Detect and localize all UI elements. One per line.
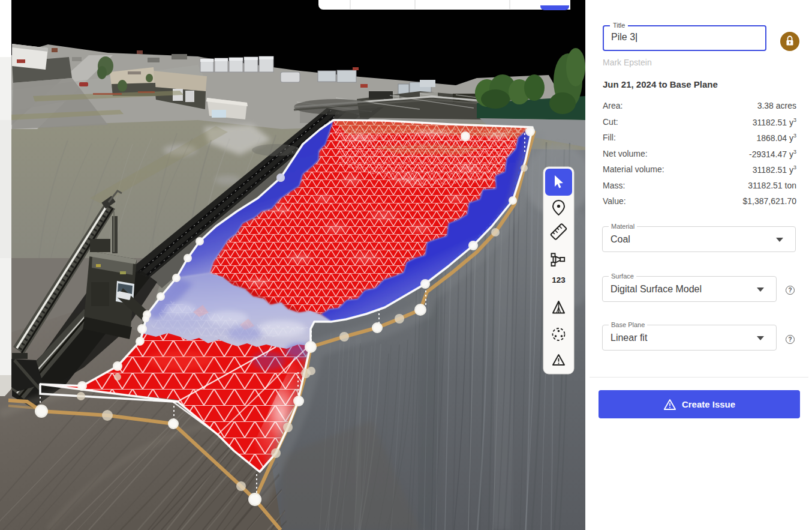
svg-text:123: 123 — [552, 276, 566, 285]
